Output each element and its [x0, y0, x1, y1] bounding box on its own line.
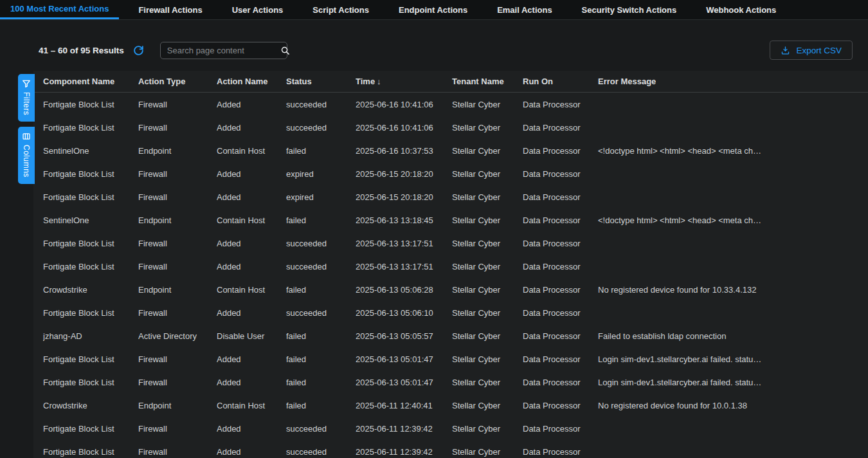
column-header-action-name[interactable]: Action Name	[217, 77, 286, 86]
cell-time: 2025-06-13 05:06:10	[356, 308, 452, 318]
cell-time: 2025-06-16 10:41:06	[356, 123, 452, 133]
cell-component-name: Fortigate Block List	[43, 308, 138, 318]
side-tab-filters[interactable]: Filters	[18, 74, 35, 122]
cell-action-type: Firewall	[138, 424, 217, 434]
table-header-row: Component Name Action Type Action Name S…	[33, 71, 868, 93]
table-row[interactable]: Fortigate Block List Firewall Added succ…	[33, 116, 868, 139]
table-row[interactable]: Fortigate Block List Firewall Added succ…	[33, 232, 868, 255]
cell-status: failed	[286, 146, 356, 156]
column-header-status[interactable]: Status	[286, 77, 356, 86]
table-row[interactable]: Fortigate Block List Firewall Added succ…	[33, 255, 868, 278]
cell-action-name: Contain Host	[217, 215, 286, 225]
cell-status: failed	[286, 215, 356, 225]
tab-100-most-recent-actions[interactable]: 100 Most Recent Actions	[0, 0, 119, 19]
table-row[interactable]: Crowdstrike Endpoint Contain Host failed…	[33, 278, 868, 301]
cell-status: expired	[286, 169, 356, 179]
cell-run-on: Data Processor	[523, 308, 598, 318]
cell-action-name: Added	[217, 447, 286, 457]
cell-status: failed	[286, 401, 356, 410]
cell-time: 2025-06-13 05:01:47	[356, 354, 452, 364]
table-row[interactable]: Fortigate Block List Firewall Added expi…	[33, 185, 868, 208]
cell-run-on: Data Processor	[523, 262, 598, 271]
cell-action-type: Endpoint	[138, 215, 217, 225]
cell-time: 2025-06-11 12:39:42	[356, 424, 452, 434]
cell-action-name: Added	[217, 308, 286, 318]
cell-tenant-name: Stellar Cyber	[452, 146, 523, 156]
cell-action-type: Firewall	[138, 123, 217, 133]
table-row[interactable]: SentinelOne Endpoint Contain Host failed…	[33, 139, 868, 162]
cell-error-message: No registered device found for 10.0.1.38	[598, 401, 868, 410]
table-row[interactable]: jzhang-AD Active Directory Disable User …	[33, 324, 868, 347]
cell-action-name: Added	[217, 378, 286, 387]
tab-security-switch-actions[interactable]: Security Switch Actions	[572, 0, 687, 19]
export-csv-button[interactable]: Export CSV	[770, 41, 853, 60]
table-row[interactable]: Fortigate Block List Firewall Added succ…	[33, 440, 868, 458]
cell-action-type: Firewall	[138, 262, 217, 271]
results-count: 41 – 60 of 95 Results	[39, 46, 124, 55]
cell-time: 2025-06-15 20:18:20	[356, 169, 452, 179]
download-icon	[781, 46, 790, 55]
cell-component-name: Fortigate Block List	[43, 239, 138, 248]
cell-status: failed	[286, 354, 356, 364]
column-header-error-message[interactable]: Error Message	[598, 77, 868, 86]
search-input[interactable]	[167, 46, 280, 55]
cell-component-name: Fortigate Block List	[43, 100, 138, 109]
cell-component-name: jzhang-AD	[43, 331, 138, 341]
cell-tenant-name: Stellar Cyber	[452, 239, 523, 248]
cell-component-name: SentinelOne	[43, 215, 138, 225]
cell-run-on: Data Processor	[523, 424, 598, 434]
cell-error-message: Failed to establish ldap connection	[598, 331, 868, 341]
cell-action-type: Firewall	[138, 192, 217, 202]
search-box[interactable]	[160, 42, 287, 59]
cell-action-name: Added	[217, 100, 286, 109]
table-row[interactable]: Fortigate Block List Firewall Added succ…	[33, 93, 868, 116]
table-row[interactable]: Fortigate Block List Firewall Added fail…	[33, 371, 868, 394]
cell-action-type: Firewall	[138, 447, 217, 457]
cell-tenant-name: Stellar Cyber	[452, 262, 523, 271]
table-row[interactable]: Fortigate Block List Firewall Added succ…	[33, 301, 868, 324]
top-tab-bar: 100 Most Recent Actions Firewall Actions…	[0, 0, 868, 20]
cell-action-name: Added	[217, 123, 286, 133]
table-row[interactable]: Fortigate Block List Firewall Added fail…	[33, 347, 868, 371]
cell-action-name: Added	[217, 192, 286, 202]
cell-component-name: SentinelOne	[43, 146, 138, 156]
cell-tenant-name: Stellar Cyber	[452, 285, 523, 295]
table-row[interactable]: SentinelOne Endpoint Contain Host failed…	[33, 208, 868, 232]
cell-run-on: Data Processor	[523, 285, 598, 295]
cell-action-name: Added	[217, 239, 286, 248]
column-header-action-type[interactable]: Action Type	[138, 77, 217, 86]
cell-action-type: Firewall	[138, 354, 217, 364]
refresh-icon[interactable]	[133, 44, 145, 56]
table-row[interactable]: Crowdstrike Endpoint Contain Host failed…	[33, 394, 868, 417]
cell-component-name: Crowdstrike	[43, 285, 138, 295]
cell-tenant-name: Stellar Cyber	[452, 354, 523, 364]
cell-status: failed	[286, 378, 356, 387]
cell-run-on: Data Processor	[523, 215, 598, 225]
column-header-tenant-name[interactable]: Tenant Name	[452, 77, 523, 86]
tab-endpoint-actions[interactable]: Endpoint Actions	[388, 0, 478, 19]
cell-component-name: Fortigate Block List	[43, 192, 138, 202]
cell-action-name: Contain Host	[217, 285, 286, 295]
cell-time: 2025-06-13 05:05:57	[356, 331, 452, 341]
tab-firewall-actions[interactable]: Firewall Actions	[128, 0, 212, 19]
cell-time: 2025-06-16 10:37:53	[356, 146, 452, 156]
tab-script-actions[interactable]: Script Actions	[302, 0, 379, 19]
cell-time: 2025-06-11 12:40:41	[356, 401, 452, 410]
cell-time: 2025-06-13 05:06:28	[356, 285, 452, 295]
column-header-component-name[interactable]: Component Name	[43, 77, 138, 86]
table-row[interactable]: Fortigate Block List Firewall Added succ…	[33, 417, 868, 440]
tab-user-actions[interactable]: User Actions	[222, 0, 294, 19]
tab-webhook-actions[interactable]: Webhook Actions	[696, 0, 786, 19]
table-row[interactable]: Fortigate Block List Firewall Added expi…	[33, 162, 868, 185]
search-icon[interactable]	[280, 46, 290, 55]
cell-tenant-name: Stellar Cyber	[452, 331, 523, 341]
cell-action-type: Firewall	[138, 169, 217, 179]
cell-error-message: No registered device found for 10.33.4.1…	[598, 285, 868, 295]
column-header-run-on[interactable]: Run On	[523, 77, 598, 86]
toolbar: 41 – 60 of 95 Results Export CSV	[39, 39, 853, 61]
tab-email-actions[interactable]: Email Actions	[487, 0, 562, 19]
cell-tenant-name: Stellar Cyber	[452, 308, 523, 318]
column-header-time[interactable]: Time↓	[356, 77, 452, 86]
side-tab-columns[interactable]: Columns	[18, 127, 35, 184]
cell-status: succeeded	[286, 308, 356, 318]
